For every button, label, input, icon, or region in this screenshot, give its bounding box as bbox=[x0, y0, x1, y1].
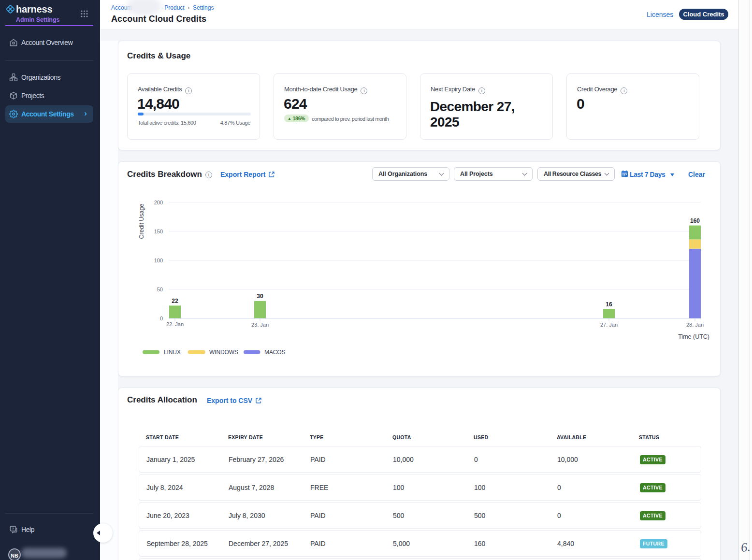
svg-text:27. Jan: 27. Jan bbox=[600, 322, 618, 328]
svg-text:150: 150 bbox=[154, 229, 163, 234]
svg-text:28. Jan: 28. Jan bbox=[686, 322, 704, 328]
svg-text:50: 50 bbox=[157, 287, 163, 292]
svg-text:0: 0 bbox=[160, 316, 163, 321]
svg-text:22. Jan: 22. Jan bbox=[166, 321, 184, 327]
svg-text:30: 30 bbox=[257, 293, 263, 300]
svg-text:22: 22 bbox=[172, 298, 178, 304]
svg-text:?: ? bbox=[12, 527, 14, 531]
svg-text:160: 160 bbox=[690, 217, 700, 224]
svg-text:200: 200 bbox=[154, 200, 163, 205]
svg-text:23. Jan: 23. Jan bbox=[251, 322, 269, 328]
svg-text:WINDOWS: WINDOWS bbox=[209, 349, 238, 356]
svg-text:Credit Usage: Credit Usage bbox=[138, 203, 145, 239]
svg-text:Time (UTC): Time (UTC) bbox=[678, 333, 709, 340]
svg-text:100: 100 bbox=[154, 258, 163, 263]
svg-text:MACOS: MACOS bbox=[264, 349, 286, 356]
svg-text:16: 16 bbox=[606, 301, 612, 308]
svg-text:LINUX: LINUX bbox=[164, 349, 181, 356]
